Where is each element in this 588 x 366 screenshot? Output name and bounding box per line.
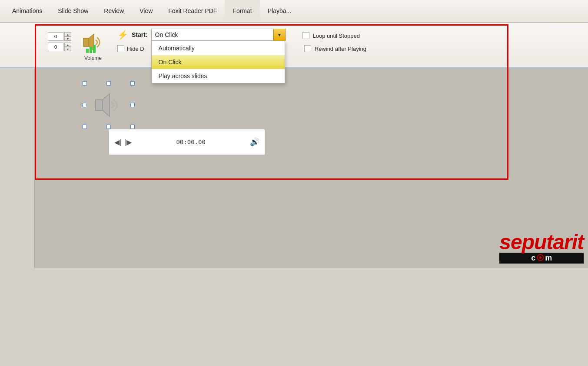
ribbon: ▲ ▼ ▲ ▼: [0, 23, 588, 68]
handle-tl[interactable]: [83, 81, 87, 86]
watermark-text: seputarit: [499, 232, 584, 253]
handle-mr[interactable]: [130, 103, 135, 107]
spinner-row-1: ▲ ▼: [48, 32, 71, 41]
loop-checkbox[interactable]: [302, 32, 309, 39]
watermark-c: c: [531, 254, 535, 263]
start-dropdown[interactable]: On Click: [151, 29, 286, 41]
option-playacross[interactable]: Play across slides: [152, 69, 285, 83]
slide-panel: [0, 68, 35, 268]
handle-ml[interactable]: [83, 103, 87, 107]
menu-review[interactable]: Review: [96, 0, 132, 22]
hide-checkbox-wrapper: Hide D: [117, 45, 144, 52]
rewind-label: Rewind after Playing: [315, 46, 366, 52]
media-volume-icon[interactable]: 🔊: [250, 137, 259, 147]
svg-rect-3: [90, 47, 92, 53]
svg-rect-2: [86, 49, 89, 53]
svg-rect-4: [93, 45, 96, 53]
spinner-2-down[interactable]: ▼: [64, 47, 71, 51]
handle-bl[interactable]: [83, 125, 87, 129]
menu-slideshow[interactable]: Slide Show: [50, 0, 96, 22]
dropdown-arrow[interactable]: [273, 29, 286, 41]
spinner-1-input[interactable]: [48, 32, 63, 41]
volume-icon: [80, 30, 106, 54]
audio-speaker-icon: [91, 88, 126, 122]
content-area: ◀| |▶ 00:00.00 🔊 seputarit c ⦿ m: [0, 68, 588, 268]
start-dropdown-container: On Click Automatically On Click Play acr…: [151, 29, 286, 41]
dropdown-menu: Automatically On Click Play across slide…: [151, 41, 285, 83]
menu-playback[interactable]: Playba...: [260, 0, 299, 22]
option-automatically[interactable]: Automatically: [152, 41, 285, 55]
watermark-dot: ⦿: [536, 254, 544, 263]
spinner-1-up[interactable]: ▲: [64, 32, 71, 36]
handle-t[interactable]: [106, 81, 111, 86]
svg-rect-6: [96, 100, 103, 110]
spinner-2-input[interactable]: [48, 43, 63, 51]
volume-label: Volume: [84, 55, 102, 61]
media-controls: ◀| |▶ 00:00.00 🔊: [109, 129, 265, 155]
play-btn[interactable]: |▶: [125, 138, 132, 146]
audio-element[interactable]: [83, 81, 135, 129]
start-row: ⚡ Start: On Click Automatically On Click…: [117, 29, 579, 41]
spinner-2-up[interactable]: ▲: [64, 43, 71, 47]
menu-animations[interactable]: Animations: [4, 0, 50, 22]
watermark-bottom: c ⦿ m: [499, 253, 584, 264]
volume-section: Volume: [80, 30, 106, 61]
watermark: seputarit c ⦿ m: [499, 232, 584, 264]
playback-section: ⚡ Start: On Click Automatically On Click…: [117, 29, 579, 52]
svg-rect-1: [83, 38, 89, 46]
hide-checkbox[interactable]: [117, 45, 124, 52]
handle-br[interactable]: [130, 125, 135, 129]
spinner-1-down[interactable]: ▼: [64, 36, 71, 41]
dropdown-value: On Click: [152, 31, 273, 38]
handle-b[interactable]: [106, 125, 111, 129]
menu-view[interactable]: View: [132, 0, 160, 22]
media-time: 00:00.00: [135, 138, 246, 145]
rewind-btn[interactable]: ◀|: [114, 138, 121, 146]
spinner-row-2: ▲ ▼: [48, 43, 71, 51]
handle-tr[interactable]: [130, 81, 135, 86]
option-onclick[interactable]: On Click: [152, 55, 285, 69]
loop-row: Loop until Stopped: [302, 32, 360, 39]
menu-bar: Animations Slide Show Review View Foxit …: [0, 0, 588, 23]
start-label: Start:: [132, 31, 148, 38]
loop-label: Loop until Stopped: [313, 33, 360, 39]
lightning-icon: ⚡: [117, 30, 128, 40]
menu-foxit[interactable]: Foxit Reader PDF: [160, 0, 225, 22]
hide-label: Hide D: [127, 46, 144, 52]
rewind-checkbox[interactable]: [304, 45, 311, 52]
watermark-m: m: [545, 254, 552, 263]
spinners-section: ▲ ▼ ▲ ▼: [48, 32, 71, 51]
selection-handles: [83, 81, 135, 129]
right-options: Loop until Stopped: [302, 32, 360, 39]
menu-format[interactable]: Format: [225, 0, 259, 22]
